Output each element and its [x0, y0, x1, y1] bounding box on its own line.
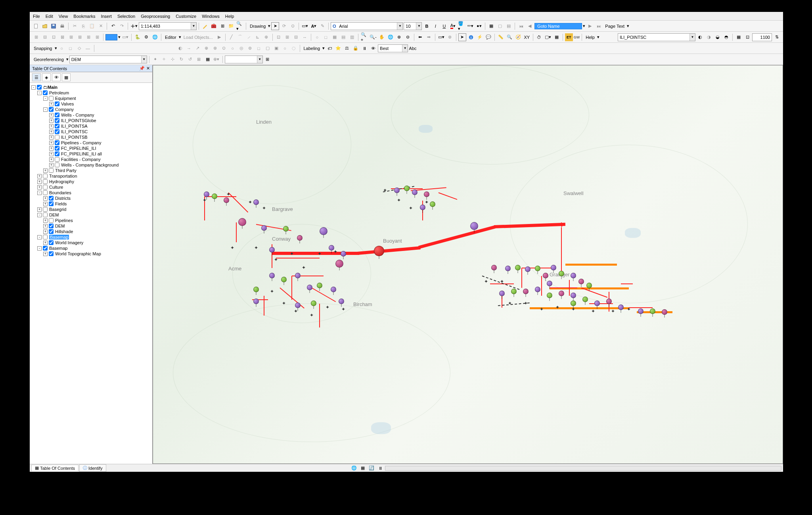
cut-icon[interactable]: ✂ [71, 22, 79, 30]
map-view[interactable]: LindenBargraveConwayBuoyantAcmeBirchamSw… [153, 65, 783, 464]
toc-node[interactable]: +World Imagery [31, 240, 151, 245]
visibility-checkbox[interactable] [55, 135, 59, 140]
toc-node[interactable]: +Hydrography [31, 179, 151, 184]
te-icon-5[interactable]: ⊞ [67, 33, 75, 41]
te-icon-1[interactable]: ⊞ [32, 33, 40, 41]
zoom-selected-icon[interactable]: ⊙ [289, 22, 297, 30]
list-visibility-icon[interactable]: 👁 [52, 73, 61, 81]
next-page-icon[interactable]: ▶ [586, 22, 594, 30]
first-page-icon[interactable]: ⏮ [517, 22, 525, 30]
menu-selection[interactable]: Selection [117, 14, 135, 19]
attr-icon[interactable]: ▦ [331, 33, 339, 41]
expand-icon[interactable]: + [37, 180, 42, 184]
expand-icon[interactable]: + [49, 124, 54, 128]
menu-windows[interactable]: Windows [202, 14, 220, 19]
circle-icon[interactable]: ○ [313, 33, 321, 41]
italic-icon[interactable]: I [431, 22, 439, 30]
visibility-checkbox[interactable] [49, 229, 54, 234]
square-icon[interactable]: □ [322, 33, 330, 41]
gr-icon-4[interactable]: ↻ [178, 56, 186, 63]
te-icon-2[interactable]: ⊟ [41, 33, 49, 41]
visibility-checkbox[interactable] [43, 235, 48, 239]
toc-node[interactable]: +Facilities - Company [31, 157, 151, 162]
toc-label[interactable]: Fields [55, 201, 67, 206]
prev-page-icon[interactable]: ◀ [526, 22, 534, 30]
expand-icon[interactable]: + [43, 196, 48, 201]
html-popup-icon[interactable]: 💬 [485, 33, 492, 41]
visibility-checkbox[interactable] [49, 196, 54, 201]
pin-icon[interactable]: 📌 [139, 66, 145, 71]
gr-text-input[interactable] [225, 56, 257, 63]
toc-node[interactable]: +DEM [31, 223, 151, 229]
lb-icon-b[interactable]: ▢ [264, 44, 272, 52]
georef-layer-input[interactable] [70, 56, 141, 63]
menu-view[interactable]: View [59, 14, 68, 19]
gr-apply-icon[interactable]: ⊞ [264, 56, 272, 63]
midpoint-icon[interactable]: ⊕ [262, 33, 270, 41]
toc-node[interactable]: +FC_PIPELINE_ILI [31, 146, 151, 151]
go-to-xy-icon[interactable]: XY [523, 33, 531, 41]
label-pri-icon[interactable]: ⭐ [334, 44, 342, 52]
toc-label[interactable]: Petroleum [49, 90, 69, 95]
toc-label[interactable]: Pipelines - Company [61, 140, 102, 145]
hyperlink-icon[interactable]: ⚡ [476, 33, 484, 41]
list-source-icon[interactable]: ◈ [42, 73, 51, 81]
toc-node[interactable]: +Pipelines - Company [31, 140, 151, 146]
toc-label[interactable]: Wells - Company Background [61, 163, 119, 167]
data-frame-icon[interactable]: ▢ [496, 22, 504, 30]
gr-table-icon[interactable]: ▦ [204, 56, 212, 63]
lb-icon-6[interactable]: ⊙ [220, 44, 228, 52]
font-color-icon[interactable]: A▾ [449, 22, 457, 30]
fixed-zoomin-icon[interactable]: ⊕ [395, 33, 403, 41]
page-text-label[interactable]: Page Text [603, 24, 626, 29]
swipe-icon[interactable]: ▦ [735, 33, 743, 41]
snap-point-icon[interactable]: ○ [58, 44, 66, 52]
expand-icon[interactable]: + [37, 174, 42, 178]
toc-node[interactable]: +Districts [31, 195, 151, 201]
te-icon-4[interactable]: ⊠ [58, 33, 66, 41]
expand-icon[interactable]: - [43, 107, 48, 112]
modelbuilder-icon[interactable]: ⚙ [142, 33, 150, 41]
toc-node[interactable]: +ILI_POINTSA [31, 123, 151, 129]
time-slider-icon[interactable]: ⏱ [535, 33, 543, 41]
te-icon-3[interactable]: ⊡ [50, 33, 57, 41]
snap-edge-icon[interactable]: — [84, 44, 92, 52]
open-table-icon[interactable]: ▦ [553, 33, 561, 41]
trace-icon[interactable]: ⟋ [245, 33, 253, 41]
print-icon[interactable] [58, 22, 66, 30]
paste-icon[interactable]: 📋 [88, 22, 96, 30]
gr-icon-3[interactable]: ⊹ [169, 56, 177, 63]
visibility-checkbox[interactable] [43, 246, 48, 251]
toc-label[interactable]: ILI_POINTSGlobe [61, 118, 96, 123]
expand-icon[interactable]: + [49, 130, 54, 134]
georef-layer-combo[interactable]: ▼ [69, 56, 147, 63]
layout-view-icon[interactable]: ▦ [359, 464, 367, 472]
effect-icon-3[interactable]: ◒ [714, 33, 722, 41]
effect-icon-4[interactable]: ◓ [722, 33, 730, 41]
visibility-checkbox[interactable] [55, 101, 59, 106]
toc-label[interactable]: FC_PIPELINE_ILI all [61, 151, 102, 156]
expand-icon[interactable]: + [49, 152, 54, 156]
snapping-label[interactable]: Snapping [32, 46, 54, 51]
lb-icon-a[interactable]: □ [255, 44, 263, 52]
toc-label[interactable]: Equipment [55, 96, 76, 101]
toc-node[interactable]: +World Topographic Map [31, 251, 151, 257]
snap-end-icon[interactable]: □ [67, 44, 75, 52]
toc-label[interactable]: ILI_POINTSB [61, 135, 88, 140]
visibility-checkbox[interactable] [49, 168, 54, 173]
toc-node[interactable]: +Third Party [31, 168, 151, 173]
visibility-checkbox[interactable] [43, 90, 48, 95]
te-icon-8[interactable]: ⊞ [93, 33, 101, 41]
lb-icon-5[interactable]: ⊗ [211, 44, 219, 52]
toc-node[interactable]: -Equipment [31, 96, 151, 101]
toc-tree[interactable]: -🗀 Main-Petroleum-Equipment+Valves-Compa… [30, 83, 152, 464]
toc-label[interactable]: Wells - Company [61, 113, 94, 117]
menu-geoprocessing[interactable]: Geoprocessing [141, 14, 170, 19]
visibility-checkbox[interactable] [43, 174, 48, 178]
fill-swatch[interactable] [105, 34, 117, 40]
expand-icon[interactable]: + [43, 224, 48, 228]
visibility-checkbox[interactable] [55, 157, 59, 162]
fixed-zoomout-icon[interactable]: ⊖ [404, 33, 412, 41]
find-route-icon[interactable]: 🧭 [514, 33, 522, 41]
toc-label[interactable]: ILI_POINTSA [61, 124, 88, 128]
